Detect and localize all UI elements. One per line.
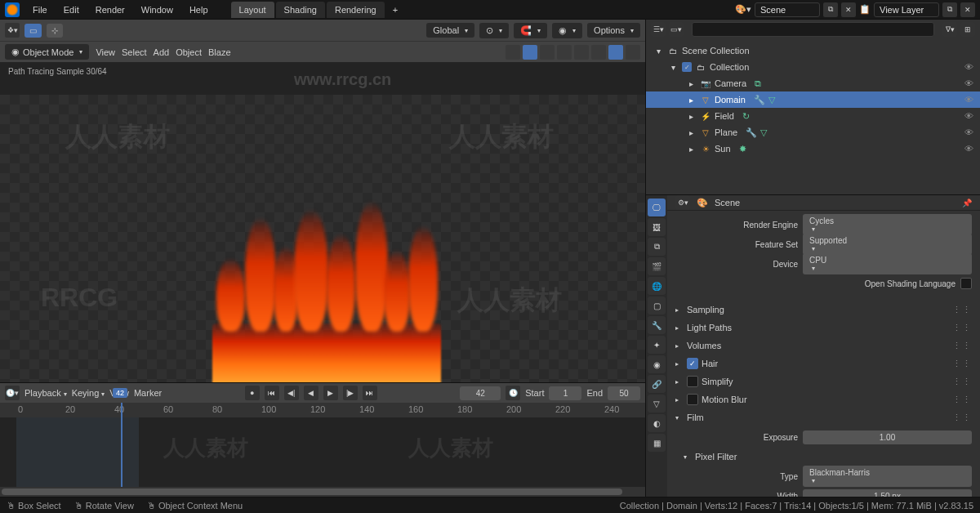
- feature-set-dropdown[interactable]: Supported: [803, 234, 972, 255]
- panel-motion-blur[interactable]: ▸Motion Blur⋮⋮: [675, 390, 972, 408]
- visibility-toggle-icon[interactable]: 👁: [964, 144, 973, 154]
- gizmo-icon[interactable]: [506, 45, 520, 60]
- jump-start-icon[interactable]: ⏮: [265, 386, 279, 400]
- cursor-tool-icon[interactable]: ⊹: [47, 24, 63, 38]
- pin-icon[interactable]: 📌: [962, 199, 972, 207]
- panel-light-paths[interactable]: ▸Light Paths⋮⋮: [675, 319, 972, 337]
- outliner-new-collection-icon[interactable]: ⊞: [960, 22, 975, 37]
- menu-file[interactable]: File: [26, 2, 54, 18]
- playhead[interactable]: [121, 417, 122, 487]
- outliner-scene-collection[interactable]: ▾🗀 Scene Collection: [646, 42, 980, 59]
- hair-checkbox[interactable]: ✓: [687, 358, 698, 369]
- tab-particle[interactable]: ✦: [648, 336, 666, 354]
- visibility-toggle-icon[interactable]: 👁: [964, 95, 973, 105]
- visibility-toggle-icon[interactable]: 👁: [964, 78, 973, 88]
- outliner-filter-icon[interactable]: ∇▾: [942, 22, 957, 37]
- timeline-ruler[interactable]: 0 20 40 60 80 100 120 140 160 180 200 22…: [0, 403, 645, 417]
- menu-view[interactable]: View: [96, 47, 115, 57]
- panel-volumes[interactable]: ▸Volumes⋮⋮: [675, 337, 972, 355]
- tab-modifier[interactable]: 🔧: [648, 316, 666, 334]
- render-engine-dropdown[interactable]: Cycles: [803, 214, 972, 235]
- subpanel-pixel-filter[interactable]: ▾Pixel Filter: [675, 448, 972, 466]
- tab-add[interactable]: +: [386, 2, 404, 18]
- scene-delete-icon[interactable]: ✕: [841, 2, 856, 17]
- menu-help[interactable]: Help: [183, 2, 215, 18]
- tab-physics[interactable]: ◉: [648, 355, 666, 373]
- device-dropdown[interactable]: CPU: [803, 253, 972, 274]
- select-tool-icon[interactable]: ▭: [24, 24, 42, 38]
- visibility-toggle-icon[interactable]: 👁: [964, 62, 973, 72]
- visibility-toggle-icon[interactable]: 👁: [964, 127, 973, 137]
- tab-viewlayer[interactable]: ⧉: [648, 238, 666, 256]
- start-frame-field[interactable]: 1: [549, 386, 581, 400]
- outliner-editor-type-icon[interactable]: ☰▾: [651, 22, 666, 37]
- overlay-toggle-icon[interactable]: [523, 45, 537, 60]
- pivot-dropdown[interactable]: ⊙: [479, 23, 509, 38]
- preview-range-icon[interactable]: 🕓: [506, 386, 520, 400]
- current-frame-field[interactable]: 42: [460, 386, 501, 400]
- timeline-playback-menu[interactable]: Playback: [24, 388, 67, 398]
- panel-film[interactable]: ▾Film⋮⋮: [675, 408, 972, 426]
- tab-rendering[interactable]: Rendering: [327, 2, 385, 18]
- panel-simplify[interactable]: ▸Simplify⋮⋮: [675, 372, 972, 390]
- orientation-dropdown[interactable]: Global: [426, 23, 474, 38]
- shading-matprev-icon[interactable]: [591, 45, 606, 60]
- outliner-collection[interactable]: ▾✓ 🗀 Collection 👁: [646, 59, 980, 75]
- 3d-viewport[interactable]: Path Tracing Sample 30/64 www.rrcg.cn 人人…: [0, 62, 645, 382]
- visibility-toggle-icon[interactable]: 👁: [964, 111, 973, 121]
- play-icon[interactable]: ▶: [323, 386, 338, 400]
- menu-select[interactable]: Select: [122, 47, 147, 57]
- tab-constraint[interactable]: 🔗: [648, 375, 666, 393]
- outliner-display-mode-icon[interactable]: ▭▾: [669, 22, 684, 37]
- outliner-item-camera[interactable]: ▸ 📷 Camera ⧉ 👁: [646, 75, 980, 91]
- tab-texture[interactable]: ▦: [648, 434, 666, 452]
- scene-name-field[interactable]: Scene: [755, 2, 820, 17]
- viewlayer-browse-icon[interactable]: ⧉: [942, 2, 957, 17]
- jump-end-icon[interactable]: ⏭: [363, 386, 377, 400]
- tab-layout[interactable]: Layout: [231, 2, 274, 18]
- motion-blur-checkbox[interactable]: [687, 394, 698, 405]
- filter-type-dropdown[interactable]: Blackman-Harris: [803, 466, 972, 487]
- autokey-icon[interactable]: ●: [245, 386, 260, 400]
- outliner-item-sun[interactable]: ▸ ☀ Sun ✸ 👁: [646, 141, 980, 157]
- end-frame-field[interactable]: 50: [608, 386, 640, 400]
- tab-data[interactable]: ▽: [648, 395, 666, 413]
- timeline-body[interactable]: 人人素材 人人素材: [0, 417, 645, 487]
- pause-render-icon[interactable]: [626, 45, 640, 60]
- snap-dropdown[interactable]: 🧲: [514, 23, 547, 38]
- options-dropdown[interactable]: Options: [587, 23, 640, 38]
- props-editor-type-icon[interactable]: ⚙▾: [675, 195, 690, 210]
- menu-window[interactable]: Window: [135, 2, 180, 18]
- timeline-marker-menu[interactable]: Marker: [134, 388, 162, 398]
- tab-shading[interactable]: Shading: [276, 2, 325, 18]
- menu-object[interactable]: Object: [176, 47, 202, 57]
- tab-scene[interactable]: 🎬: [648, 257, 666, 275]
- viewlayer-delete-icon[interactable]: ✕: [960, 2, 975, 17]
- outliner-search-input[interactable]: [692, 22, 934, 37]
- tab-output[interactable]: 🖼: [648, 218, 666, 236]
- menu-blaze[interactable]: Blaze: [208, 47, 231, 57]
- simplify-checkbox[interactable]: [687, 376, 698, 387]
- next-key-icon[interactable]: |▶: [343, 386, 358, 400]
- panel-hair[interactable]: ▸✓Hair⋮⋮: [675, 355, 972, 372]
- shading-rendered-icon[interactable]: [608, 45, 623, 60]
- filter-width-field[interactable]: 1.50 px: [803, 489, 972, 497]
- prev-key-icon[interactable]: ◀|: [284, 386, 299, 400]
- menu-add[interactable]: Add: [154, 47, 170, 57]
- viewlayer-name-field[interactable]: View Layer: [874, 2, 939, 17]
- shading-wire-icon[interactable]: [557, 45, 572, 60]
- outliner-item-field[interactable]: ▸ ⚡ Field ↻ 👁: [646, 108, 980, 124]
- proportional-dropdown[interactable]: ◉: [552, 23, 582, 38]
- mode-dropdown[interactable]: ◉ Object Mode: [5, 44, 89, 60]
- timeline-keying-menu[interactable]: Keying: [72, 388, 105, 398]
- menu-render[interactable]: Render: [89, 2, 131, 18]
- shading-solid-icon[interactable]: [574, 45, 589, 60]
- outliner-item-plane[interactable]: ▸ ▽ Plane 🔧 ▽ 👁: [646, 124, 980, 141]
- panel-sampling[interactable]: ▸Sampling⋮⋮: [675, 301, 972, 319]
- tab-object[interactable]: ▢: [648, 297, 666, 314]
- timeline-editor-type-icon[interactable]: 🕓▾: [5, 386, 20, 400]
- outliner-item-domain[interactable]: ▸ ▽ Domain 🔧 ▽ 👁: [646, 91, 980, 108]
- editor-type-icon[interactable]: ❖▾: [5, 23, 20, 38]
- tab-world[interactable]: 🌐: [648, 277, 666, 295]
- timeline-scrollbar[interactable]: [0, 487, 645, 497]
